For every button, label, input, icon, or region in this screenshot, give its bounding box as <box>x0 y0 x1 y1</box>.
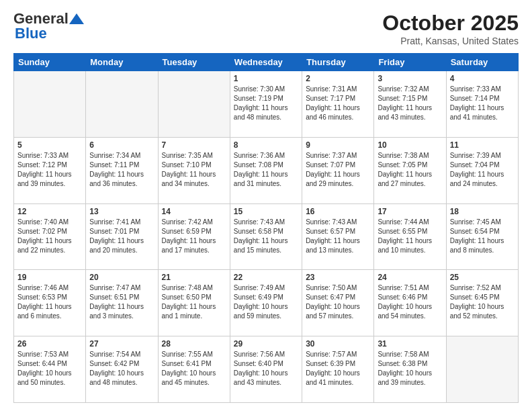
day-number: 22 <box>234 273 298 282</box>
day-number: 3 <box>378 74 442 83</box>
col-monday: Monday <box>86 54 158 71</box>
table-row: 7Sunrise: 7:35 AM Sunset: 7:10 PM Daylig… <box>158 137 230 203</box>
day-number: 11 <box>450 140 515 150</box>
day-info: Sunrise: 7:53 AM Sunset: 6:44 PM Dayligh… <box>17 350 82 387</box>
col-wednesday: Wednesday <box>230 54 302 71</box>
day-info: Sunrise: 7:39 AM Sunset: 7:04 PM Dayligh… <box>450 151 515 189</box>
day-number: 4 <box>450 74 515 83</box>
day-info: Sunrise: 7:42 AM Sunset: 6:59 PM Dayligh… <box>162 218 226 255</box>
table-row: 31Sunrise: 7:58 AM Sunset: 6:38 PM Dayli… <box>374 336 446 403</box>
table-row: 16Sunrise: 7:43 AM Sunset: 6:57 PM Dayli… <box>302 203 374 270</box>
table-row: 12Sunrise: 7:40 AM Sunset: 7:02 PM Dayli… <box>14 203 86 270</box>
calendar-header-row: Sunday Monday Tuesday Wednesday Thursday… <box>14 54 519 71</box>
calendar-table: Sunday Monday Tuesday Wednesday Thursday… <box>13 53 519 403</box>
table-row: 29Sunrise: 7:56 AM Sunset: 6:40 PM Dayli… <box>230 336 302 403</box>
table-row: 30Sunrise: 7:57 AM Sunset: 6:39 PM Dayli… <box>302 336 374 403</box>
table-row: 22Sunrise: 7:49 AM Sunset: 6:49 PM Dayli… <box>230 270 302 336</box>
day-info: Sunrise: 7:41 AM Sunset: 7:01 PM Dayligh… <box>89 218 154 255</box>
calendar-week-5: 26Sunrise: 7:53 AM Sunset: 6:44 PM Dayli… <box>14 336 519 403</box>
day-number: 23 <box>306 273 370 282</box>
day-number: 6 <box>89 140 154 150</box>
day-info: Sunrise: 7:30 AM Sunset: 7:19 PM Dayligh… <box>234 85 298 122</box>
day-info: Sunrise: 7:37 AM Sunset: 7:07 PM Dayligh… <box>306 151 370 189</box>
day-number: 21 <box>162 273 226 282</box>
day-number: 1 <box>234 74 298 83</box>
table-row: 10Sunrise: 7:38 AM Sunset: 7:05 PM Dayli… <box>374 137 446 203</box>
day-info: Sunrise: 7:56 AM Sunset: 6:40 PM Dayligh… <box>234 350 298 387</box>
table-row: 3Sunrise: 7:32 AM Sunset: 7:15 PM Daylig… <box>374 71 446 138</box>
day-number: 19 <box>17 273 82 282</box>
day-number: 8 <box>234 140 298 150</box>
day-info: Sunrise: 7:34 AM Sunset: 7:11 PM Dayligh… <box>89 151 154 189</box>
table-row: 4Sunrise: 7:33 AM Sunset: 7:14 PM Daylig… <box>446 71 518 138</box>
day-info: Sunrise: 7:45 AM Sunset: 6:54 PM Dayligh… <box>450 218 515 255</box>
day-info: Sunrise: 7:43 AM Sunset: 6:57 PM Dayligh… <box>306 218 370 255</box>
day-info: Sunrise: 7:49 AM Sunset: 6:49 PM Dayligh… <box>234 283 298 321</box>
table-row: 18Sunrise: 7:45 AM Sunset: 6:54 PM Dayli… <box>446 203 518 270</box>
logo-blue: Blue <box>15 26 47 42</box>
day-number: 28 <box>162 339 226 349</box>
table-row: 24Sunrise: 7:51 AM Sunset: 6:46 PM Dayli… <box>374 270 446 336</box>
table-row <box>86 71 158 138</box>
day-info: Sunrise: 7:47 AM Sunset: 6:51 PM Dayligh… <box>89 283 154 321</box>
table-row: 27Sunrise: 7:54 AM Sunset: 6:42 PM Dayli… <box>86 336 158 403</box>
day-number: 10 <box>378 140 442 150</box>
month-title: October 2025 <box>382 11 519 36</box>
day-info: Sunrise: 7:48 AM Sunset: 6:50 PM Dayligh… <box>162 283 226 321</box>
day-number: 2 <box>306 74 370 83</box>
calendar-week-1: 1Sunrise: 7:30 AM Sunset: 7:19 PM Daylig… <box>14 71 519 138</box>
table-row: 14Sunrise: 7:42 AM Sunset: 6:59 PM Dayli… <box>158 203 230 270</box>
day-number: 30 <box>306 339 370 349</box>
table-row: 6Sunrise: 7:34 AM Sunset: 7:11 PM Daylig… <box>86 137 158 203</box>
table-row: 13Sunrise: 7:41 AM Sunset: 7:01 PM Dayli… <box>86 203 158 270</box>
day-number: 31 <box>378 339 442 349</box>
day-info: Sunrise: 7:43 AM Sunset: 6:58 PM Dayligh… <box>234 218 298 255</box>
col-saturday: Saturday <box>446 54 518 71</box>
table-row: 19Sunrise: 7:46 AM Sunset: 6:53 PM Dayli… <box>14 270 86 336</box>
day-number: 7 <box>162 140 226 150</box>
day-info: Sunrise: 7:46 AM Sunset: 6:53 PM Dayligh… <box>17 283 82 321</box>
header: General Blue October 2025 Pratt, Kansas,… <box>13 11 519 46</box>
table-row: 17Sunrise: 7:44 AM Sunset: 6:55 PM Dayli… <box>374 203 446 270</box>
day-number: 25 <box>450 273 515 282</box>
day-number: 17 <box>378 207 442 216</box>
table-row: 25Sunrise: 7:52 AM Sunset: 6:45 PM Dayli… <box>446 270 518 336</box>
location: Pratt, Kansas, United States <box>382 36 519 46</box>
day-info: Sunrise: 7:31 AM Sunset: 7:17 PM Dayligh… <box>306 85 370 122</box>
day-number: 9 <box>306 140 370 150</box>
table-row: 11Sunrise: 7:39 AM Sunset: 7:04 PM Dayli… <box>446 137 518 203</box>
calendar-week-2: 5Sunrise: 7:33 AM Sunset: 7:12 PM Daylig… <box>14 137 519 203</box>
table-row: 1Sunrise: 7:30 AM Sunset: 7:19 PM Daylig… <box>230 71 302 138</box>
col-tuesday: Tuesday <box>158 54 230 71</box>
day-number: 14 <box>162 207 226 216</box>
svg-marker-0 <box>69 13 84 24</box>
day-info: Sunrise: 7:52 AM Sunset: 6:45 PM Dayligh… <box>450 283 515 321</box>
day-number: 29 <box>234 339 298 349</box>
day-info: Sunrise: 7:35 AM Sunset: 7:10 PM Dayligh… <box>162 151 226 189</box>
day-info: Sunrise: 7:51 AM Sunset: 6:46 PM Dayligh… <box>378 283 442 321</box>
day-info: Sunrise: 7:32 AM Sunset: 7:15 PM Dayligh… <box>378 85 442 122</box>
table-row: 20Sunrise: 7:47 AM Sunset: 6:51 PM Dayli… <box>86 270 158 336</box>
logo-icon <box>69 13 84 24</box>
page: General Blue October 2025 Pratt, Kansas,… <box>0 0 532 411</box>
table-row: 9Sunrise: 7:37 AM Sunset: 7:07 PM Daylig… <box>302 137 374 203</box>
day-number: 24 <box>378 273 442 282</box>
table-row: 5Sunrise: 7:33 AM Sunset: 7:12 PM Daylig… <box>14 137 86 203</box>
day-info: Sunrise: 7:36 AM Sunset: 7:08 PM Dayligh… <box>234 151 298 189</box>
day-number: 18 <box>450 207 515 216</box>
header-right: October 2025 Pratt, Kansas, United State… <box>382 11 519 46</box>
col-thursday: Thursday <box>302 54 374 71</box>
table-row: 2Sunrise: 7:31 AM Sunset: 7:17 PM Daylig… <box>302 71 374 138</box>
day-info: Sunrise: 7:58 AM Sunset: 6:38 PM Dayligh… <box>378 350 442 387</box>
day-info: Sunrise: 7:54 AM Sunset: 6:42 PM Dayligh… <box>89 350 154 387</box>
day-info: Sunrise: 7:40 AM Sunset: 7:02 PM Dayligh… <box>17 218 82 255</box>
table-row: 28Sunrise: 7:55 AM Sunset: 6:41 PM Dayli… <box>158 336 230 403</box>
calendar-week-4: 19Sunrise: 7:46 AM Sunset: 6:53 PM Dayli… <box>14 270 519 336</box>
table-row <box>158 71 230 138</box>
table-row <box>14 71 86 138</box>
col-friday: Friday <box>374 54 446 71</box>
day-number: 27 <box>89 339 154 349</box>
table-row: 26Sunrise: 7:53 AM Sunset: 6:44 PM Dayli… <box>14 336 86 403</box>
day-number: 12 <box>17 207 82 216</box>
table-row <box>446 336 518 403</box>
